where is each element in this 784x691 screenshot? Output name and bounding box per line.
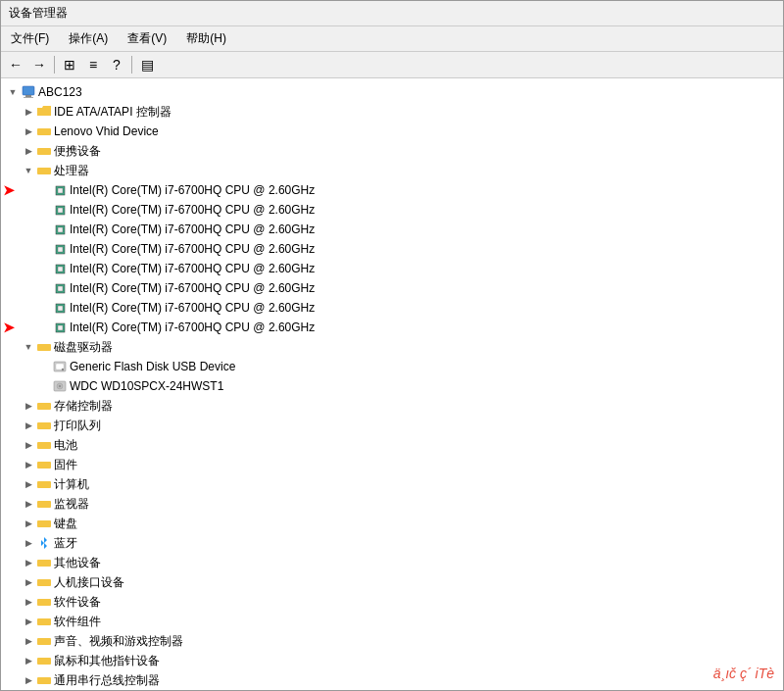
expander-wdc	[36, 378, 52, 394]
tree-label-disk-ctrl: 磁盘驱动器	[54, 339, 113, 356]
svg-rect-14	[58, 247, 63, 252]
tree-label-cpu5: Intel(R) Core(TM) i7-6700HQ CPU @ 2.60GH…	[70, 262, 315, 275]
expander-keyboard[interactable]	[21, 516, 36, 531]
help-button[interactable]: ?	[106, 54, 127, 75]
expander-monitor[interactable]	[21, 496, 36, 512]
tree-node-usb[interactable]: 通用串行总线控制器	[1, 670, 783, 690]
chip-icon-cpu5	[52, 261, 68, 276]
tree-node-software-dev[interactable]: 软件设备	[1, 592, 783, 612]
device-tree[interactable]: ABC123 IDE ATA/ATAPI 控制器 Lenovo Vhid Dev…	[1, 78, 783, 690]
tree-node-wdc[interactable]: WDC WD10SPCX-24HWST1	[1, 376, 783, 396]
tree-node-firmware[interactable]: 固件	[1, 455, 783, 474]
tree-label-bluetooth: 蓝牙	[54, 535, 77, 552]
view-button[interactable]: ▤	[136, 54, 158, 75]
tree-node-flashdisk[interactable]: Generic Flash Disk USB Device	[1, 357, 783, 376]
menu-item[interactable]: 查看(V)	[122, 28, 172, 49]
tree-node-cpu8[interactable]: ➤ Intel(R) Core(TM) i7-6700HQ CPU @ 2.60…	[1, 318, 783, 337]
show-hidden-button[interactable]: ⊞	[59, 54, 80, 75]
tree-node-bluetooth[interactable]: 蓝牙	[1, 533, 783, 553]
tree-node-monitor[interactable]: 监视器	[1, 494, 783, 514]
expander-hid[interactable]	[21, 574, 36, 590]
tree-node-cpu2[interactable]: Intel(R) Core(TM) i7-6700HQ CPU @ 2.60GH…	[1, 200, 783, 220]
tree-node-battery[interactable]: 电池	[1, 435, 783, 455]
tree-label-keyboard: 键盘	[54, 516, 77, 532]
expander-portable[interactable]	[21, 143, 36, 159]
expander-processor[interactable]	[21, 163, 36, 178]
tree-label-cpu7: Intel(R) Core(TM) i7-6700HQ CPU @ 2.60GH…	[70, 301, 315, 315]
tree-node-mouse[interactable]: 鼠标和其他指针设备	[1, 651, 783, 670]
folder-icon-computer	[36, 476, 52, 492]
tree-node-processor[interactable]: 处理器	[1, 161, 783, 180]
svg-rect-8	[58, 188, 63, 193]
back-button[interactable]: ←	[5, 54, 26, 75]
chip-icon-cpu2	[52, 202, 68, 218]
arrow-cpu8: ➤	[3, 320, 15, 335]
folder-icon-firmware	[36, 457, 52, 472]
menu-item[interactable]: 文件(F)	[5, 28, 55, 49]
expander-cpu6	[36, 280, 52, 296]
expander-disk-ctrl[interactable]	[21, 339, 36, 355]
expander-software-dev[interactable]	[21, 594, 36, 610]
expander-usb[interactable]	[21, 672, 36, 688]
tree-label-other: 其他设备	[54, 555, 101, 571]
expander-other[interactable]	[21, 555, 36, 570]
expander-cpu7	[36, 300, 52, 316]
expander-computer[interactable]	[21, 476, 36, 492]
tree-node-cpu1[interactable]: ➤ Intel(R) Core(TM) i7-6700HQ CPU @ 2.60…	[1, 180, 783, 200]
tree-label-processor: 处理器	[54, 163, 89, 179]
window-title: 设备管理器	[9, 5, 68, 22]
device-manager-window: 设备管理器 文件(F)操作(A)查看(V)帮助(H) ← → ⊞ ≡ ? ▤ A…	[0, 0, 784, 691]
svg-rect-2	[24, 97, 33, 98]
tree-label-software-dev: 软件设备	[54, 594, 101, 611]
folder-icon-audio-video	[36, 633, 52, 649]
tree-node-cpu6[interactable]: Intel(R) Core(TM) i7-6700HQ CPU @ 2.60GH…	[1, 278, 783, 298]
folder-icon-other	[36, 555, 52, 570]
folder-icon-mouse	[36, 653, 52, 668]
tree-node-portable[interactable]: 便携设备	[1, 141, 783, 161]
tree-node-cpu3[interactable]: Intel(R) Core(TM) i7-6700HQ CPU @ 2.60GH…	[1, 220, 783, 239]
expander-abc123[interactable]	[5, 84, 21, 100]
chip-icon-cpu4	[52, 241, 68, 257]
tree-node-cpu7[interactable]: Intel(R) Core(TM) i7-6700HQ CPU @ 2.60GH…	[1, 298, 783, 318]
expander-software-comp[interactable]	[21, 614, 36, 629]
tree-node-lenovo[interactable]: Lenovo Vhid Device	[1, 122, 783, 141]
tree-node-cpu4[interactable]: Intel(R) Core(TM) i7-6700HQ CPU @ 2.60GH…	[1, 239, 783, 259]
tree-node-abc123[interactable]: ABC123	[1, 82, 783, 102]
tree-node-hid[interactable]: 人机接口设备	[1, 572, 783, 592]
tree-node-other[interactable]: 其他设备	[1, 553, 783, 572]
expander-firmware[interactable]	[21, 457, 36, 472]
tree-node-print[interactable]: 打印队列	[1, 416, 783, 435]
expander-print[interactable]	[21, 418, 36, 433]
svg-rect-37	[37, 560, 51, 567]
menu-item[interactable]: 操作(A)	[63, 28, 114, 49]
tree-label-cpu3: Intel(R) Core(TM) i7-6700HQ CPU @ 2.60GH…	[70, 222, 315, 236]
expander-battery[interactable]	[21, 437, 36, 453]
tree-node-storage-ctrl[interactable]: 存储控制器	[1, 396, 783, 416]
toolbar-separator-2	[131, 56, 132, 74]
folder-icon-disk-ctrl	[36, 339, 52, 355]
expander-ide[interactable]	[21, 104, 36, 120]
tree-node-computer[interactable]: 计算机	[1, 474, 783, 494]
forward-button[interactable]: →	[28, 54, 50, 75]
tree-label-print: 打印队列	[54, 418, 101, 434]
svg-rect-12	[58, 227, 63, 232]
tree-label-software-comp: 软件组件	[54, 614, 101, 630]
tree-node-cpu5[interactable]: Intel(R) Core(TM) i7-6700HQ CPU @ 2.60GH…	[1, 259, 783, 278]
expander-bluetooth[interactable]	[21, 535, 36, 551]
menu-item[interactable]: 帮助(H)	[180, 28, 232, 49]
expander-storage-ctrl[interactable]	[21, 398, 36, 414]
expander-cpu4	[36, 241, 52, 257]
tree-node-keyboard[interactable]: 键盘	[1, 514, 783, 533]
tree-label-battery: 电池	[54, 437, 77, 454]
tree-node-disk-ctrl[interactable]: 磁盘驱动器	[1, 337, 783, 357]
expander-audio-video[interactable]	[21, 633, 36, 649]
tree-node-ide[interactable]: IDE ATA/ATAPI 控制器	[1, 102, 783, 122]
tree-node-audio-video[interactable]: 声音、视频和游戏控制器	[1, 631, 783, 651]
expander-mouse[interactable]	[21, 653, 36, 668]
disk-icon-wdc	[52, 378, 68, 394]
tree-node-software-comp[interactable]: 软件组件	[1, 612, 783, 631]
properties-button[interactable]: ≡	[82, 54, 104, 75]
folder-icon-software-dev	[36, 594, 52, 610]
expander-lenovo[interactable]	[21, 123, 36, 139]
chip-icon-cpu6	[52, 280, 68, 296]
